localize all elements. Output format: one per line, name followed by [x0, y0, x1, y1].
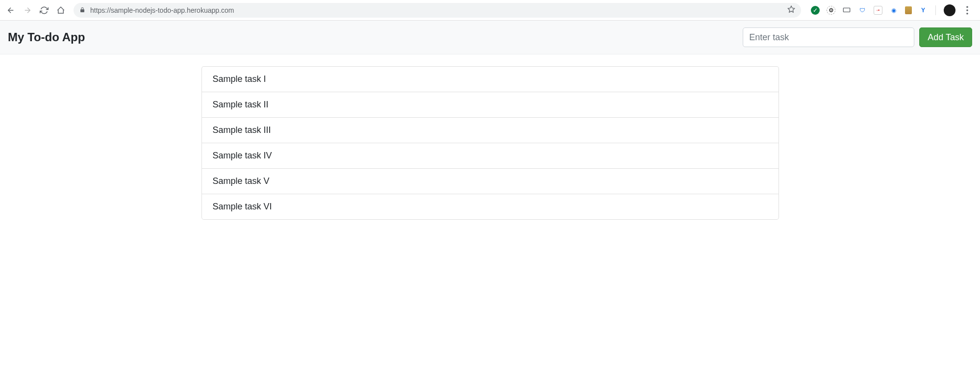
reload-icon	[40, 6, 49, 15]
home-button[interactable]	[54, 3, 68, 17]
task-label: Sample task II	[213, 100, 269, 109]
extension-icons: ✓ ⚙ 🛡 ◦• ◉ Y	[807, 3, 976, 17]
add-task-button[interactable]: Add Task	[919, 27, 972, 47]
svg-point-4	[966, 12, 968, 14]
lock-icon	[79, 6, 85, 14]
app-title: My To-do App	[8, 30, 85, 44]
back-button[interactable]	[4, 3, 18, 17]
extension-icon[interactable]: ◉	[889, 6, 898, 15]
extension-icon[interactable]: ✓	[811, 6, 820, 15]
list-item[interactable]: Sample task V	[202, 169, 779, 194]
extension-icon[interactable]: ◦•	[874, 6, 882, 15]
svg-point-3	[966, 9, 968, 11]
browser-toolbar: https://sample-nodejs-todo-app.herokuapp…	[0, 0, 980, 21]
list-item[interactable]: Sample task II	[202, 92, 779, 118]
home-icon	[56, 6, 65, 15]
arrow-right-icon	[23, 6, 32, 15]
extension-icon[interactable]: Y	[919, 6, 928, 15]
reload-button[interactable]	[37, 3, 51, 17]
url-text: https://sample-nodejs-todo-app.herokuapp…	[90, 6, 782, 14]
menu-button[interactable]	[962, 3, 972, 17]
address-bar[interactable]: https://sample-nodejs-todo-app.herokuapp…	[74, 3, 801, 18]
profile-avatar[interactable]	[944, 4, 955, 16]
star-icon[interactable]	[787, 5, 795, 15]
extension-icon[interactable]: 🛡	[858, 6, 867, 15]
task-label: Sample task I	[213, 74, 266, 84]
extension-icon[interactable]	[842, 6, 851, 15]
task-list: Sample task I Sample task II Sample task…	[201, 66, 779, 220]
extension-icon[interactable]: ⚙	[827, 6, 835, 15]
task-label: Sample task IV	[213, 151, 272, 160]
task-label: Sample task VI	[213, 202, 272, 211]
svg-rect-1	[843, 8, 850, 12]
list-item[interactable]: Sample task I	[202, 67, 779, 92]
list-item[interactable]: Sample task IV	[202, 143, 779, 169]
forward-button[interactable]	[21, 3, 34, 17]
kebab-icon	[963, 6, 972, 15]
list-item[interactable]: Sample task VI	[202, 194, 779, 219]
task-label: Sample task V	[213, 176, 270, 186]
list-item[interactable]: Sample task III	[202, 118, 779, 143]
task-label: Sample task III	[213, 125, 271, 135]
app-header: My To-do App Add Task	[0, 21, 980, 54]
task-input[interactable]	[743, 27, 914, 47]
arrow-left-icon	[6, 6, 15, 15]
extension-icon[interactable]	[905, 6, 912, 14]
main-content: Sample task I Sample task II Sample task…	[194, 66, 787, 220]
svg-point-2	[966, 6, 968, 8]
svg-marker-0	[788, 6, 794, 12]
header-controls: Add Task	[743, 27, 972, 47]
separator	[935, 5, 936, 15]
